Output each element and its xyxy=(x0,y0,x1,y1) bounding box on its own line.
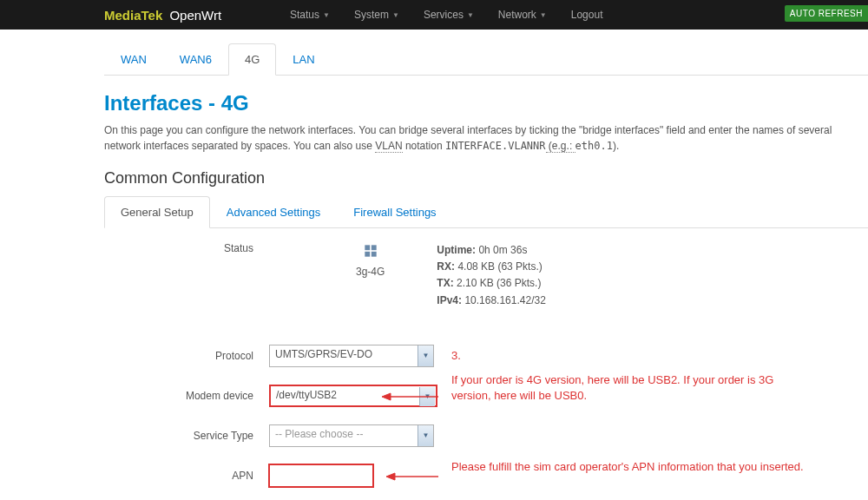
chevron-down-icon: ▼ xyxy=(392,11,399,19)
auto-refresh-badge[interactable]: AUTO REFRESH xyxy=(785,5,868,22)
tab-4g[interactable]: 4G xyxy=(228,43,276,76)
subtab-general[interactable]: General Setup xyxy=(104,196,210,228)
topbar: MediaTek OpenWrt Status▼ System▼ Service… xyxy=(0,0,868,30)
svg-marker-5 xyxy=(382,393,391,400)
service-label: Service Type xyxy=(104,430,269,442)
svg-rect-3 xyxy=(372,252,377,257)
chevron-down-icon: ▼ xyxy=(540,11,547,19)
tab-wan6[interactable]: WAN6 xyxy=(163,43,228,76)
status-stats: Uptime: 0h 0m 36s RX: 4.08 KB (63 Pkts.)… xyxy=(437,242,545,309)
brand: MediaTek OpenWrt xyxy=(104,8,221,23)
status-label: Status xyxy=(104,242,269,254)
annotation-apn: Please fulfill the sim card operator's A… xyxy=(451,459,816,475)
annotation-modem: If your order is 4G version, here will b… xyxy=(451,372,816,404)
brand-highlight: MediaTek xyxy=(104,8,162,23)
service-row: Service Type -- Please choose -- xyxy=(104,424,868,448)
modem-row: Modem device /dev/ttyUSB2 If your order … xyxy=(104,384,868,408)
tab-wan[interactable]: WAN xyxy=(104,43,163,76)
section-title: Common Configuration xyxy=(104,169,868,188)
chevron-down-icon: ▼ xyxy=(323,11,330,19)
svg-rect-0 xyxy=(365,245,370,250)
annotation-3: 3. xyxy=(451,348,477,364)
protocol-label: Protocol xyxy=(104,350,269,362)
page-title: Interfaces - 4G xyxy=(104,91,868,115)
page-description: On this page you can configure the netwo… xyxy=(104,122,868,154)
protocol-select[interactable]: UMTS/GPRS/EV-DO xyxy=(269,345,434,367)
network-icon xyxy=(362,242,379,260)
interface-name: 3g-4G xyxy=(356,266,385,278)
subtab-firewall[interactable]: Firewall Settings xyxy=(337,196,452,228)
status-row: Status 3g-4G Uptime: 0h 0m 36s RX: 4.08 … xyxy=(104,242,868,309)
nav-system[interactable]: System▼ xyxy=(342,2,411,28)
top-nav: Status▼ System▼ Services▼ Network▼ Logou… xyxy=(278,2,615,28)
config-subtabs: General Setup Advanced Settings Firewall… xyxy=(104,196,868,228)
svg-rect-2 xyxy=(365,252,370,257)
apn-row: APN Please fulfill the sim card operator… xyxy=(104,464,868,488)
nav-services[interactable]: Services▼ xyxy=(411,2,486,28)
apn-label: APN xyxy=(104,470,269,482)
apn-input[interactable] xyxy=(269,464,373,487)
main-container: WAN WAN6 4G LAN Interfaces - 4G On this … xyxy=(104,30,868,488)
subtab-advanced[interactable]: Advanced Settings xyxy=(210,196,337,228)
modem-label: Modem device xyxy=(104,390,269,402)
interface-tabs: WAN WAN6 4G LAN xyxy=(104,43,868,76)
arrow-icon xyxy=(386,472,438,481)
nav-network[interactable]: Network▼ xyxy=(486,2,559,28)
arrow-icon xyxy=(382,392,438,401)
vlan-abbr: VLAN xyxy=(375,140,402,153)
tab-lan[interactable]: LAN xyxy=(276,43,331,76)
protocol-row: Protocol UMTS/GPRS/EV-DO 3. xyxy=(104,344,868,368)
brand-text: OpenWrt xyxy=(169,8,221,23)
nav-logout[interactable]: Logout xyxy=(559,2,615,28)
service-select[interactable]: -- Please choose -- xyxy=(269,424,434,447)
chevron-down-icon: ▼ xyxy=(467,11,474,19)
nav-status[interactable]: Status▼ xyxy=(278,2,342,28)
interface-icon-col: 3g-4G xyxy=(356,242,385,309)
svg-marker-7 xyxy=(386,473,395,480)
svg-rect-1 xyxy=(372,245,377,250)
